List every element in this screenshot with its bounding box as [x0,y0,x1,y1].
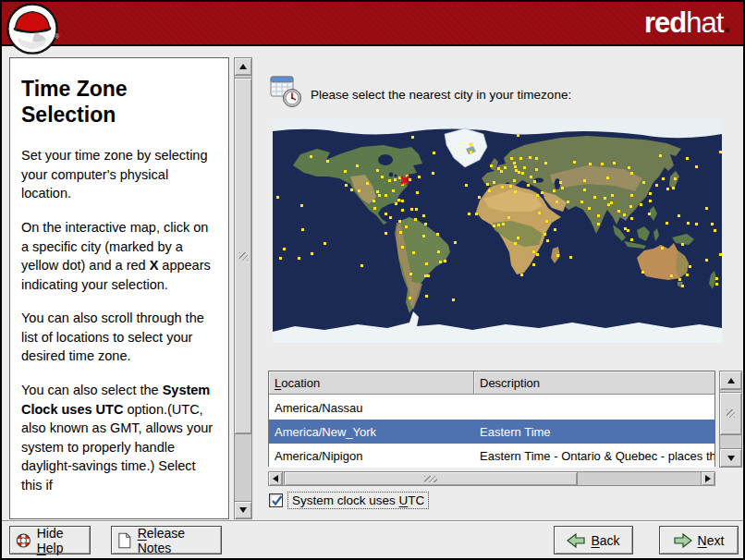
tz-scroll-right-button[interactable] [701,471,715,486]
city-dot[interactable] [385,194,387,197]
city-dot[interactable] [530,176,532,178]
city-dot[interactable] [401,209,404,212]
help-scrollbar-thumb[interactable] [234,78,252,434]
city-dot[interactable] [629,205,632,208]
city-dot[interactable] [422,235,425,237]
city-dot[interactable] [672,187,675,189]
city-dot[interactable] [424,223,427,225]
back-button[interactable]: Back [554,526,633,554]
hide-help-button[interactable]: Hide Help [9,526,91,554]
city-dot[interactable] [454,241,457,244]
city-dot[interactable] [630,238,633,241]
city-dot[interactable] [659,154,662,157]
city-dot[interactable] [416,191,419,194]
city-dot[interactable] [392,189,395,192]
city-dot[interactable] [533,180,536,183]
city-dot[interactable] [388,179,391,182]
city-dot[interactable] [504,166,507,169]
city-dot[interactable] [432,172,434,175]
city-dot[interactable] [415,208,418,211]
city-dot[interactable] [517,134,519,137]
city-dot[interactable] [642,181,645,184]
city-dot[interactable] [613,162,616,164]
city-dot[interactable] [666,188,669,190]
city-dot[interactable] [401,200,404,202]
city-dot[interactable] [538,212,541,214]
city-dot[interactable] [394,178,397,181]
city-dot[interactable] [437,250,440,253]
city-dot[interactable] [627,229,629,232]
city-dot[interactable] [544,162,547,164]
city-dot[interactable] [311,252,313,255]
city-dot[interactable] [689,265,691,268]
city-dot[interactable] [422,214,425,217]
tz-hscrollbar-thumb[interactable] [284,471,578,486]
city-dot[interactable] [475,213,478,215]
city-dot[interactable] [509,185,512,188]
city-dot[interactable] [486,183,489,186]
city-dot[interactable] [513,179,516,182]
city-dot[interactable] [381,176,384,178]
city-dot[interactable] [593,196,596,199]
city-dot[interactable] [601,163,604,165]
city-dot[interactable] [372,200,375,202]
city-dot[interactable] [310,155,312,158]
city-dot[interactable] [630,172,633,175]
city-dot[interactable] [523,166,526,169]
city-dot[interactable] [604,197,606,200]
city-dot[interactable] [344,170,347,173]
city-dot[interactable] [678,278,681,281]
city-dot[interactable] [398,220,401,223]
city-dot[interactable] [532,263,535,266]
city-dot[interactable] [561,187,564,189]
city-dot[interactable] [580,201,583,203]
city-dot[interactable] [559,181,562,184]
city-dot[interactable] [518,171,520,174]
city-dot[interactable] [373,207,376,210]
city-dot[interactable] [401,246,404,249]
city-dot[interactable] [276,196,279,199]
city-dot[interactable] [705,207,708,210]
city-dot[interactable] [397,199,400,201]
city-dot[interactable] [597,223,600,225]
city-dot[interactable] [410,208,413,211]
city-dot[interactable] [567,201,569,203]
city-dot[interactable] [597,214,600,217]
city-dot[interactable] [583,179,586,182]
city-dot[interactable] [681,243,684,246]
city-dot[interactable] [541,191,543,194]
city-dot[interactable] [711,223,714,225]
world-map[interactable] [273,119,722,343]
city-dot[interactable] [465,184,468,187]
city-dot[interactable] [666,222,668,225]
city-dot[interactable] [655,184,658,187]
city-dot[interactable] [520,274,523,276]
city-dot[interactable] [543,233,546,236]
city-dot[interactable] [501,186,504,189]
city-dot[interactable] [529,156,531,159]
city-dot[interactable] [502,223,505,225]
city-dot[interactable] [409,297,411,299]
city-dot[interactable] [468,213,470,215]
city-dot[interactable] [686,274,689,276]
city-dot[interactable] [628,166,630,169]
help-scroll-down-button[interactable] [234,501,252,519]
city-dot[interactable] [687,222,690,225]
city-dot[interactable] [425,295,428,298]
city-dot[interactable] [376,190,379,193]
utc-checkbox-label[interactable]: System clock uses UTC [287,492,429,509]
city-dot[interactable] [610,201,613,204]
city-dot[interactable] [546,239,549,242]
city-dot[interactable] [681,285,684,287]
city-dot[interactable] [412,251,415,254]
city-dot[interactable] [433,152,435,154]
city-dot[interactable] [326,160,329,163]
city-dot[interactable] [514,165,517,168]
city-dot[interactable] [376,169,379,172]
city-dot[interactable] [378,194,381,197]
city-dot[interactable] [705,259,708,262]
city-dot[interactable] [411,136,414,139]
city-dot[interactable] [418,176,421,178]
city-dot[interactable] [452,298,455,301]
city-dot[interactable] [678,214,680,217]
